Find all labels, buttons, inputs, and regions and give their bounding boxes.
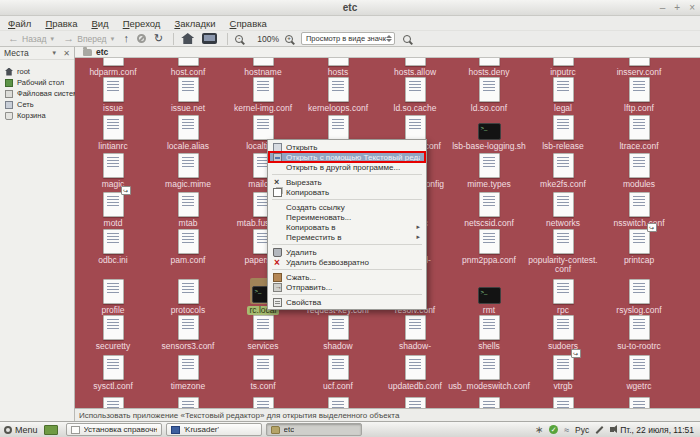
task-button[interactable]: etc	[266, 423, 362, 436]
sidebar-dropdown-icon[interactable]: ▼	[51, 50, 57, 56]
file-legal[interactable]: legal	[526, 76, 600, 113]
context-menu-item[interactable]: Свойства	[268, 297, 426, 307]
file-issue.net[interactable]: issue.net	[151, 76, 225, 113]
file-mtab[interactable]: mtab	[151, 191, 225, 228]
file-icon[interactable]	[378, 396, 452, 408]
keyboard-layout-indicator[interactable]: Рус	[575, 425, 589, 435]
menu-button[interactable]: Menu	[4, 425, 38, 435]
view-mode-select[interactable]: Просмотр в виде значков	[301, 32, 395, 45]
context-menu-item[interactable]: Вырезать	[268, 177, 426, 187]
speaker-icon[interactable]	[610, 427, 614, 432]
file-pam.conf[interactable]: pam.conf	[151, 228, 225, 265]
file-rmt[interactable]: rmt	[452, 278, 526, 315]
context-menu-item[interactable]: Копировать в▸	[268, 222, 426, 232]
context-menu-item[interactable]: Открыть в другой программе...	[268, 162, 426, 172]
file-lsb-release[interactable]: lsb-release	[526, 114, 600, 151]
file-magic[interactable]: magic	[76, 152, 150, 189]
menubar-item[interactable]: Переход	[123, 18, 161, 29]
file-su-to-rootrc[interactable]: su-to-rootrc	[602, 314, 676, 351]
file-icon[interactable]	[76, 396, 150, 408]
file-lsb-base-logging.sh[interactable]: lsb-base-logging.sh	[452, 114, 526, 151]
menubar-item[interactable]: Вид	[91, 18, 108, 29]
menubar-item[interactable]: Справка	[230, 18, 267, 29]
task-button[interactable]: Установка справочно-пр...	[66, 423, 162, 436]
minimize-icon[interactable]: –	[660, 3, 666, 13]
file-wgetrc[interactable]: wgetrc	[602, 354, 676, 391]
file-odbc.ini[interactable]: odbc.ini	[76, 228, 150, 265]
context-menu-item[interactable]: Отправить...	[268, 282, 426, 292]
file-printcap[interactable]: ↪printcap	[602, 228, 676, 265]
file-modules[interactable]: modules	[602, 152, 676, 189]
sidebar-item[interactable]: Файловая система	[0, 88, 74, 99]
file-pnm2ppa.conf[interactable]: pnm2ppa.conf	[452, 228, 526, 265]
sidebar-close-icon[interactable]: ✕	[63, 49, 70, 58]
file-netscsid.conf[interactable]: netscsid.conf	[452, 191, 526, 228]
up-button[interactable]: ↑	[124, 33, 130, 44]
file-services[interactable]: services	[226, 314, 300, 351]
show-desktop-button[interactable]	[44, 425, 58, 435]
file-profile[interactable]: profile	[76, 278, 150, 315]
file-updatedb.conf[interactable]: updatedb.conf	[378, 354, 452, 391]
file-sensors3.conf[interactable]: sensors3.conf	[151, 314, 225, 351]
sidebar-item[interactable]: Рабочий стол	[0, 77, 74, 88]
sidebar-item[interactable]: Сеть	[0, 99, 74, 110]
file-locale.alias[interactable]: locale.alias	[151, 114, 225, 151]
file-icon[interactable]	[301, 396, 375, 408]
file-sudoers[interactable]: sudoers	[526, 314, 600, 351]
fan-tray-icon[interactable]: ∗	[535, 425, 543, 435]
file-securetty[interactable]: securetty	[76, 314, 150, 351]
context-menu-item[interactable]: Создать ссылку	[268, 202, 426, 212]
pencil-tray-icon[interactable]	[596, 426, 604, 434]
file-ts.conf[interactable]: ts.conf	[226, 354, 300, 391]
location-tab[interactable]: etc	[75, 47, 700, 58]
file-hosts[interactable]: hosts	[301, 58, 375, 77]
context-menu-item[interactable]: Открыть	[268, 142, 426, 152]
file-mime.types[interactable]: mime.types	[452, 152, 526, 189]
file-rsyslog.conf[interactable]: rsyslog.conf	[602, 278, 676, 315]
file-protocols[interactable]: protocols	[151, 278, 225, 315]
file-hosts.allow[interactable]: hosts.allow	[378, 58, 452, 77]
file-hdparm.conf[interactable]: hdparm.conf	[76, 58, 150, 77]
file-timezone[interactable]: timezone	[151, 354, 225, 391]
sidebar-item[interactable]: root	[0, 66, 74, 77]
weather-tray-icon[interactable]: ≈	[564, 425, 569, 435]
home-button[interactable]	[181, 33, 194, 44]
file-mke2fs.conf[interactable]: mke2fs.conf	[526, 152, 600, 189]
file-icon[interactable]	[452, 396, 526, 408]
file-lftp.conf[interactable]: lftp.conf	[602, 76, 676, 113]
reload-button[interactable]: ↻	[154, 33, 163, 44]
clock[interactable]: Пт., 22 июля, 11:51	[620, 425, 694, 435]
stop-button[interactable]	[137, 34, 146, 43]
file-shadow[interactable]: shadow	[301, 314, 375, 351]
file-inputrc[interactable]: inputrc	[526, 58, 600, 77]
update-check-tray-icon[interactable]: ✓	[549, 425, 558, 434]
file-motd[interactable]: ↪motd	[76, 191, 150, 228]
file-ld.so.conf[interactable]: ld.so.conf	[452, 76, 526, 113]
menubar-item[interactable]: Закладки	[174, 18, 215, 29]
menubar-item[interactable]: Правка	[45, 18, 77, 29]
context-menu-item[interactable]: Переместить в▸	[268, 232, 426, 242]
file-icon[interactable]	[151, 396, 225, 408]
file-kerneloops.conf[interactable]: kerneloops.conf	[301, 76, 375, 113]
file-insserv.conf[interactable]: insserv.conf	[602, 58, 676, 77]
file-nsswitch.conf[interactable]: nsswitch.conf	[602, 191, 676, 228]
back-button[interactable]: ← Назад ▼	[8, 33, 55, 44]
computer-button[interactable]	[202, 33, 217, 44]
file-sysctl.conf[interactable]: sysctl.conf	[76, 354, 150, 391]
context-menu-item[interactable]: Открыть с помощью Текстовый редактор	[268, 152, 426, 162]
file-ld.so.cache[interactable]: ld.so.cache	[378, 76, 452, 113]
file-icon[interactable]	[526, 396, 600, 408]
forward-button[interactable]: → Вперед ▼	[63, 33, 115, 44]
context-menu-item[interactable]: Сжать...	[268, 272, 426, 282]
context-menu-item[interactable]: Удалить	[268, 247, 426, 257]
file-usb_modeswitch.conf[interactable]: usb_modeswitch.conf	[452, 354, 526, 391]
task-button[interactable]: 'Krusader'	[166, 423, 262, 436]
file-hosts.deny[interactable]: hosts.deny	[452, 58, 526, 77]
maximize-icon[interactable]: +	[674, 3, 680, 13]
file-shadow-[interactable]: shadow-	[378, 314, 452, 351]
context-menu-item[interactable]: Переименовать...	[268, 212, 426, 222]
file-icon[interactable]	[226, 396, 300, 408]
close-icon[interactable]: ×	[689, 3, 695, 13]
search-button[interactable]	[403, 35, 411, 43]
zoom-in-button[interactable]: +	[285, 35, 293, 43]
